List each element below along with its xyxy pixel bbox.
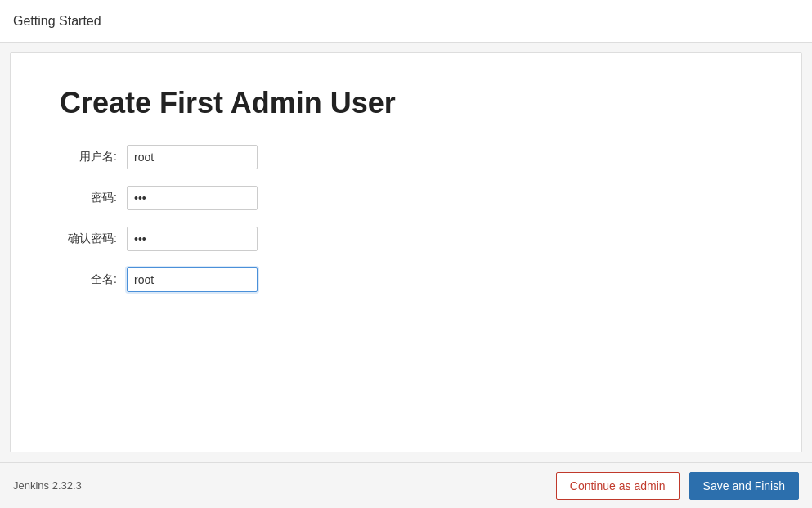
fullname-label: 全名: xyxy=(60,272,117,287)
page-title: Getting Started xyxy=(13,14,101,29)
confirm-password-label: 确认密码: xyxy=(60,232,117,246)
fullname-input[interactable] xyxy=(127,267,258,292)
username-group: 用户名: xyxy=(60,145,752,169)
password-label: 密码: xyxy=(60,191,117,205)
confirm-password-group: 确认密码: xyxy=(60,227,752,251)
fullname-group: 全名: xyxy=(60,267,752,292)
username-input[interactable] xyxy=(127,145,258,169)
save-and-finish-button[interactable]: Save and Finish xyxy=(689,472,799,500)
password-group: 密码: xyxy=(60,186,752,210)
username-label: 用户名: xyxy=(60,150,117,164)
main-content: Create First Admin User 用户名: 密码: 确认密码: 全… xyxy=(10,52,802,452)
bottom-bar: Jenkins 2.32.3 Continue as admin Save an… xyxy=(0,462,812,508)
confirm-password-input[interactable] xyxy=(127,227,258,251)
version-label: Jenkins 2.32.3 xyxy=(13,479,82,492)
form-heading: Create First Admin User xyxy=(60,86,752,120)
continue-as-admin-button[interactable]: Continue as admin xyxy=(556,472,680,500)
password-input[interactable] xyxy=(127,186,258,210)
top-bar: Getting Started xyxy=(0,0,812,43)
